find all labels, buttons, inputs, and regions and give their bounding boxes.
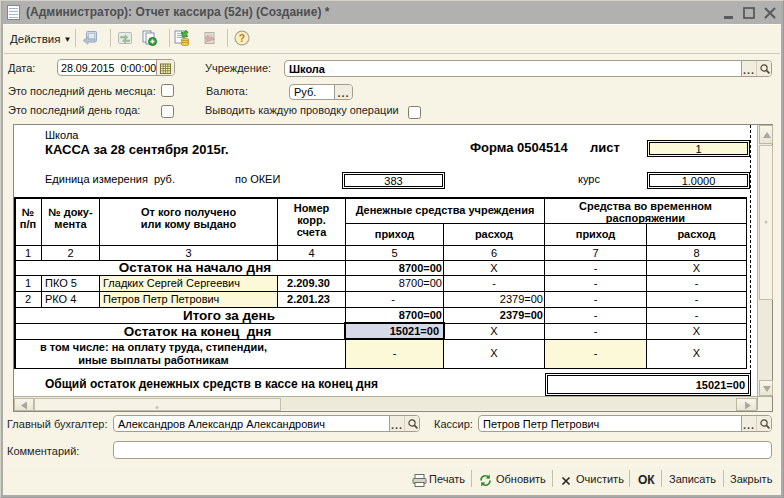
svg-text:?: ? [239, 33, 245, 44]
